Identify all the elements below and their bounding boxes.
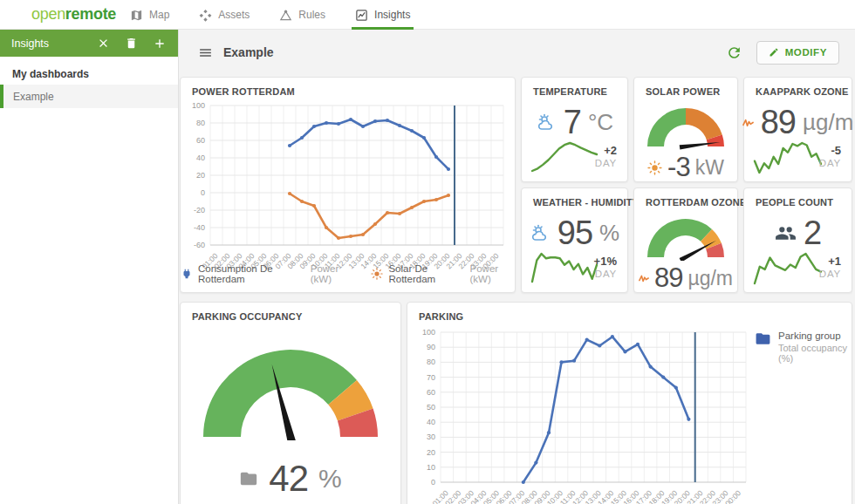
ozone-icon: [742, 117, 754, 128]
delta-period: DAY: [594, 269, 617, 279]
power-chart-legend: Consumption De Rotterdam Power (kW) Sola…: [181, 263, 515, 284]
temperature-value: 7: [564, 104, 581, 141]
widget-title: WEATHER - HUMIDITY: [533, 197, 639, 208]
parking-chart-legend[interactable]: Parking group Total occupancy (%): [755, 330, 852, 364]
add-dashboard-icon[interactable]: [153, 37, 167, 51]
widget-title: SOLAR POWER: [646, 86, 720, 97]
svg-text:40: 40: [427, 418, 435, 426]
parking-occupancy-unit: %: [318, 464, 342, 494]
widget-title: TEMPERATURE: [533, 86, 607, 97]
sidebar-title: Insights: [11, 37, 82, 50]
nav-item-assets[interactable]: Assets: [195, 0, 253, 30]
legend-series-attribute: Power (kW): [470, 263, 515, 284]
legend-series-name: Parking group: [778, 330, 852, 341]
delta-value: -5: [819, 144, 841, 157]
logo-open-text: open: [31, 5, 65, 23]
humidity-value: 95: [557, 215, 592, 252]
widget-title: PARKING: [419, 311, 463, 322]
parking-folder-icon: [755, 330, 771, 364]
parking-occupancy-gauge: [195, 339, 386, 444]
weather-partly-cloudy-icon: [536, 112, 557, 133]
legend-item-consumption[interactable]: Consumption De Rotterdam Power (kW): [181, 263, 355, 284]
close-icon[interactable]: [97, 37, 110, 50]
nav-item-label: Rules: [298, 9, 325, 21]
widget-rotterdam-ozone: ROTTERDAM OZONE 89 µg/m: [633, 187, 738, 293]
modify-button[interactable]: MODIFY: [756, 41, 839, 65]
people-count-value: 2: [804, 215, 821, 252]
svg-text:80: 80: [196, 119, 205, 127]
widget-parking: PARKING 100908070605040302010001:0002:00…: [407, 302, 852, 504]
svg-text:0: 0: [201, 188, 205, 197]
rotterdam-value-row: 89 µg/m: [634, 262, 737, 294]
power-rotterdam-chart: 100806040200-20-40-6001:0002:0003:0004:0…: [184, 99, 512, 275]
nav-item-insights[interactable]: Insights: [352, 0, 414, 30]
svg-text:100: 100: [422, 328, 435, 337]
solar-power-value: -3: [667, 152, 690, 183]
power-plug-icon: [181, 268, 193, 280]
kaappark-sparkline: [752, 140, 824, 179]
widget-people-count: PEOPLE COUNT 2 +1 DAY: [743, 187, 852, 293]
weather-cloudy-icon: [530, 223, 551, 244]
widget-temperature: TEMPERATURE 7 °C +2 DAY: [521, 77, 628, 182]
humidity-sparkline: [530, 251, 599, 288]
trash-icon[interactable]: [125, 37, 138, 50]
delta-period: DAY: [819, 158, 841, 168]
legend-series-attribute: Power (kW): [311, 263, 356, 284]
parking-occupancy-value-row: 42 %: [181, 458, 400, 500]
openremote-logo[interactable]: openremote: [31, 5, 116, 24]
temperature-unit: °C: [588, 109, 613, 136]
legend-series-name: Consumption De Rotterdam: [198, 263, 305, 284]
sun-icon: [647, 160, 662, 175]
logo-remote-text: remote: [65, 5, 116, 23]
svg-text:20: 20: [427, 448, 435, 457]
sun-icon: [371, 268, 383, 280]
page-title: Example: [223, 45, 274, 59]
temperature-value-row: 7 °C: [522, 104, 627, 141]
parking-occupancy-value: 42: [269, 458, 308, 500]
people-sparkline: [752, 251, 824, 289]
nav-items: Map Assets Rules Insights: [127, 0, 414, 30]
svg-text:50: 50: [427, 403, 435, 412]
assets-icon: [199, 9, 212, 22]
widget-title: PARKING OCCUPANCY: [192, 311, 302, 322]
sidebar-item-example[interactable]: Example: [0, 85, 178, 108]
delta-period: DAY: [595, 158, 617, 168]
delta-value: +2: [595, 144, 617, 157]
people-delta-block: +1 DAY: [819, 255, 841, 279]
dashboard-header: Example MODIFY: [179, 30, 855, 75]
insights-icon: [355, 9, 368, 22]
rotterdam-unit: µg/m: [687, 267, 733, 290]
refresh-icon[interactable]: [726, 44, 742, 61]
widget-title: KAAPPARK OZONE: [756, 86, 849, 97]
svg-text:-60: -60: [194, 241, 205, 249]
svg-text:0: 0: [431, 478, 435, 487]
nav-item-rules[interactable]: Rules: [276, 0, 329, 30]
nav-item-map[interactable]: Map: [127, 0, 173, 30]
top-navbar: openremote Map Assets Rules Insights: [0, 0, 855, 30]
svg-text:80: 80: [427, 358, 435, 366]
parking-chart: 100908070605040302010001:0002:0003:0004:…: [411, 324, 760, 504]
temperature-sparkline: [530, 140, 599, 177]
legend-series-attribute: Total occupancy (%): [778, 343, 852, 364]
widget-title: POWER ROTTERDAM: [192, 86, 295, 97]
dashboard-item-label: Example: [13, 91, 54, 103]
humidity-delta-block: +1% DAY: [594, 255, 617, 279]
legend-item-solar[interactable]: Solar De Rotterdam Power (kW): [371, 263, 515, 284]
widget-power-rotterdam: POWER ROTTERDAM 100806040200-20-40-6001:…: [180, 77, 516, 293]
svg-text:-20: -20: [194, 206, 205, 215]
parking-folder-icon: [239, 469, 258, 488]
hamburger-menu-icon[interactable]: [198, 45, 213, 60]
svg-text:10: 10: [427, 463, 435, 472]
solar-power-value-row: -3 kW: [634, 152, 737, 183]
kaappark-value: 89: [761, 104, 796, 141]
nav-item-label: Map: [149, 9, 169, 21]
svg-text:90: 90: [427, 343, 435, 351]
svg-text:20: 20: [196, 171, 205, 180]
svg-text:30: 30: [427, 432, 435, 441]
solar-power-gauge: [638, 99, 734, 153]
widget-parking-occupancy: PARKING OCCUPANCY 42 %: [180, 302, 401, 504]
modify-button-label: MODIFY: [785, 47, 827, 58]
rules-icon: [279, 9, 292, 22]
ozone-icon: [639, 273, 649, 283]
kaappark-value-row: 89 µg/m: [744, 104, 852, 141]
